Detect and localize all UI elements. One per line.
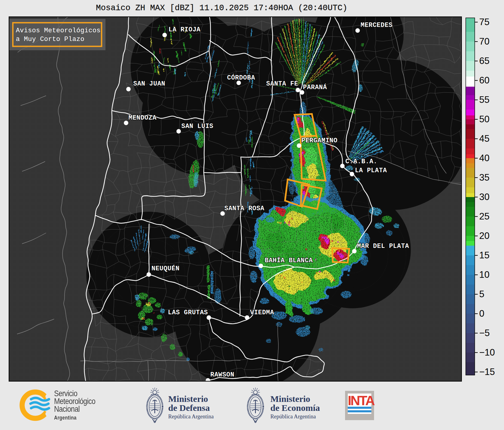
svg-text:0: 0 <box>479 308 484 319</box>
svg-text:SANTA FE: SANTA FE <box>266 80 298 87</box>
svg-text:RAWSON: RAWSON <box>210 371 234 378</box>
svg-text:BAHÍA BLANCA: BAHÍA BLANCA <box>265 257 313 264</box>
svg-text:SAN LUIS: SAN LUIS <box>181 123 213 130</box>
svg-text:−5: −5 <box>479 328 490 338</box>
svg-text:SAN JUAN: SAN JUAN <box>133 80 165 87</box>
svg-text:PARANÁ: PARANÁ <box>303 83 327 91</box>
svg-text:PERGAMINO: PERGAMINO <box>301 137 338 144</box>
svg-text:15: 15 <box>479 250 489 260</box>
svg-text:35: 35 <box>479 172 489 183</box>
svg-text:MENDOZA: MENDOZA <box>128 114 157 121</box>
svg-text:75: 75 <box>479 17 489 27</box>
svg-text:−15: −15 <box>479 367 495 377</box>
svg-text:40: 40 <box>479 153 489 163</box>
svg-text:CÓRDOBA: CÓRDOBA <box>227 74 255 81</box>
svg-text:VIEDMA: VIEDMA <box>250 309 274 316</box>
svg-text:30: 30 <box>479 192 489 202</box>
svg-text:LA RIOJA: LA RIOJA <box>168 26 200 33</box>
svg-text:60: 60 <box>479 75 489 86</box>
svg-text:LA PLATA: LA PLATA <box>355 167 387 174</box>
svg-text:MAR DEL PLATA: MAR DEL PLATA <box>357 243 409 250</box>
svg-text:−10: −10 <box>479 347 495 358</box>
svg-text:10: 10 <box>479 269 489 280</box>
svg-text:a Muy Corto Plazo: a Muy Corto Plazo <box>16 36 85 43</box>
svg-text:5: 5 <box>479 289 484 299</box>
svg-text:LAS GRUTAS: LAS GRUTAS <box>168 309 208 316</box>
svg-text:Avisos Meteorológicos: Avisos Meteorológicos <box>16 27 101 34</box>
svg-text:NEUQUÉN: NEUQUÉN <box>151 265 180 272</box>
svg-text:50: 50 <box>479 114 489 124</box>
svg-text:MERCEDES: MERCEDES <box>361 22 393 29</box>
svg-text:45: 45 <box>479 133 489 144</box>
svg-text:SANTA ROSA: SANTA ROSA <box>224 205 264 212</box>
svg-text:65: 65 <box>479 56 489 66</box>
svg-text:70: 70 <box>479 36 489 47</box>
svg-text:25: 25 <box>479 211 489 222</box>
svg-text:C.A.B.A.: C.A.B.A. <box>345 158 377 165</box>
svg-text:55: 55 <box>479 94 489 105</box>
svg-text:20: 20 <box>479 231 489 241</box>
